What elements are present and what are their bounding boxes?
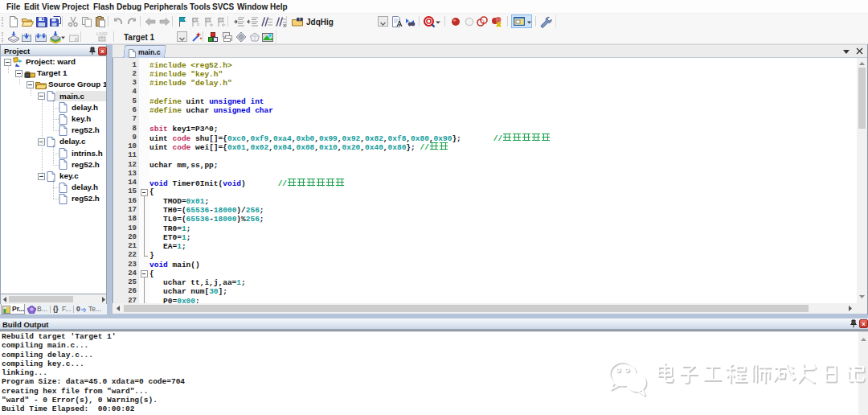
svg-text:LOAD: LOAD — [96, 31, 108, 36]
